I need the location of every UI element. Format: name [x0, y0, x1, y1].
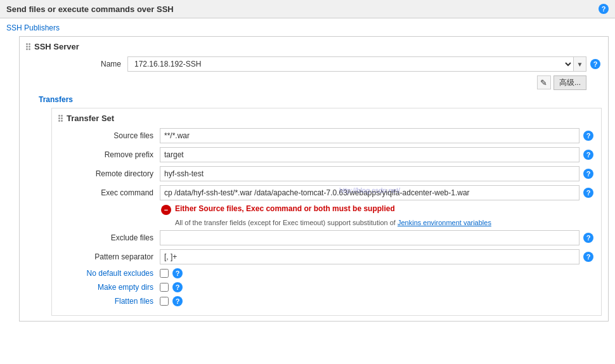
drag-handle[interactable]: [26, 43, 30, 50]
ssh-server-header: SSH Server: [26, 42, 602, 51]
source-files-label: Source files: [58, 131, 160, 140]
pattern-separator-help[interactable]: ?: [582, 252, 595, 262]
remove-prefix-help[interactable]: ?: [582, 150, 595, 160]
no-default-excludes-help[interactable]: ?: [171, 268, 184, 278]
exclude-files-help[interactable]: ?: [582, 233, 595, 243]
exclude-files-label: Exclude files: [58, 233, 160, 242]
ssh-server-section: SSH Server Name 172.16.18.192-SSH ▼ ? ✎ …: [19, 36, 609, 322]
exec-command-row: Exec command http://blog.csdn.net/ ?: [58, 185, 595, 200]
no-default-excludes-checkbox[interactable]: [160, 269, 169, 278]
source-files-row: Source files ?: [58, 128, 595, 143]
remote-directory-help[interactable]: ?: [582, 169, 595, 179]
select-arrow-icon[interactable]: ▼: [574, 56, 586, 72]
error-block: − Either Source files, Exec command or b…: [161, 204, 595, 215]
exclude-files-input[interactable]: [160, 230, 579, 245]
exec-command-wrapper: http://blog.csdn.net/: [160, 185, 579, 200]
transfer-set-drag-handle[interactable]: [58, 115, 63, 122]
jenkins-env-variables-link[interactable]: Jenkins environment variables: [398, 219, 491, 226]
ssh-server-title: SSH Server: [34, 42, 79, 51]
remote-directory-label: Remote directory: [58, 169, 160, 178]
edit-icon: ✎: [540, 78, 547, 88]
page-help-icon[interactable]: ?: [599, 4, 609, 14]
exclude-files-help-icon[interactable]: ?: [583, 233, 593, 243]
source-files-help-icon[interactable]: ?: [583, 131, 593, 141]
page-title: Send files or execute commands over SSH: [6, 4, 174, 14]
name-select[interactable]: 172.16.18.192-SSH: [127, 56, 574, 72]
advanced-row: ✎ 高级...: [26, 75, 602, 90]
remove-prefix-input[interactable]: [160, 147, 579, 162]
pattern-separator-help-icon[interactable]: ?: [583, 252, 593, 262]
remove-prefix-row: Remove prefix ?: [58, 147, 595, 162]
content-area: SSH Publishers SSH Server Name 172.16.18…: [0, 18, 615, 327]
page-header: Send files or execute commands over SSH …: [0, 0, 615, 18]
flatten-files-label: Flatten files: [58, 297, 160, 306]
no-default-excludes-help-icon[interactable]: ?: [172, 268, 183, 278]
pattern-separator-input[interactable]: [160, 249, 579, 264]
name-help-icon[interactable]: ?: [589, 59, 602, 69]
remote-directory-help-icon[interactable]: ?: [583, 169, 593, 179]
error-detail-prefix: All of the transfer fields (except for E…: [175, 219, 398, 226]
remove-prefix-help-icon[interactable]: ?: [583, 150, 593, 160]
flatten-files-help-icon[interactable]: ?: [172, 296, 183, 306]
pattern-separator-row: Pattern separator ?: [58, 249, 595, 264]
no-default-excludes-row: No default excludes ?: [58, 268, 595, 278]
make-empty-dirs-checkbox[interactable]: [160, 283, 169, 292]
pattern-separator-label: Pattern separator: [58, 252, 160, 261]
advanced-button[interactable]: 高级...: [554, 75, 586, 90]
exec-command-label: Exec command: [58, 188, 160, 197]
exclude-files-row: Exclude files ?: [58, 230, 595, 245]
name-select-wrapper: 172.16.18.192-SSH ▼: [127, 56, 586, 72]
transfer-set-title: Transfer Set: [67, 114, 114, 123]
name-label: Name: [26, 60, 127, 68]
error-message: Either Source files, Exec command or bot…: [175, 204, 395, 213]
transfers-label[interactable]: Transfers: [39, 95, 602, 104]
remove-prefix-label: Remove prefix: [58, 150, 160, 159]
flatten-files-row: Flatten files ?: [58, 296, 595, 306]
make-empty-dirs-help[interactable]: ?: [171, 282, 184, 292]
source-files-input[interactable]: [160, 128, 579, 143]
transfer-set-header: Transfer Set: [58, 114, 595, 123]
exec-command-help-icon[interactable]: ?: [583, 188, 593, 198]
name-row: Name 172.16.18.192-SSH ▼ ?: [26, 56, 602, 72]
exec-command-help[interactable]: ?: [582, 188, 595, 198]
ssh-publishers-label[interactable]: SSH Publishers: [6, 23, 609, 32]
transfers-section: Transfers Transfer Set Source files ?: [39, 95, 602, 316]
edit-icon-button[interactable]: ✎: [537, 75, 551, 89]
flatten-files-help[interactable]: ?: [171, 296, 184, 306]
remote-directory-input[interactable]: [160, 166, 579, 181]
remote-directory-row: Remote directory ?: [58, 166, 595, 181]
make-empty-dirs-row: Make empty dirs ?: [58, 282, 595, 292]
exec-command-input[interactable]: [160, 185, 579, 200]
error-icon: −: [161, 205, 171, 215]
flatten-files-checkbox[interactable]: [160, 297, 169, 306]
transfer-set-section: Transfer Set Source files ? Remove prefi…: [51, 108, 602, 316]
make-empty-dirs-label: Make empty dirs: [58, 283, 160, 292]
error-detail: All of the transfer fields (except for E…: [175, 219, 595, 226]
no-default-excludes-label: No default excludes: [58, 269, 160, 278]
source-files-help[interactable]: ?: [582, 131, 595, 141]
make-empty-dirs-help-icon[interactable]: ?: [172, 282, 183, 292]
name-help-circle[interactable]: ?: [590, 59, 600, 69]
error-section: − Either Source files, Exec command or b…: [161, 204, 595, 226]
